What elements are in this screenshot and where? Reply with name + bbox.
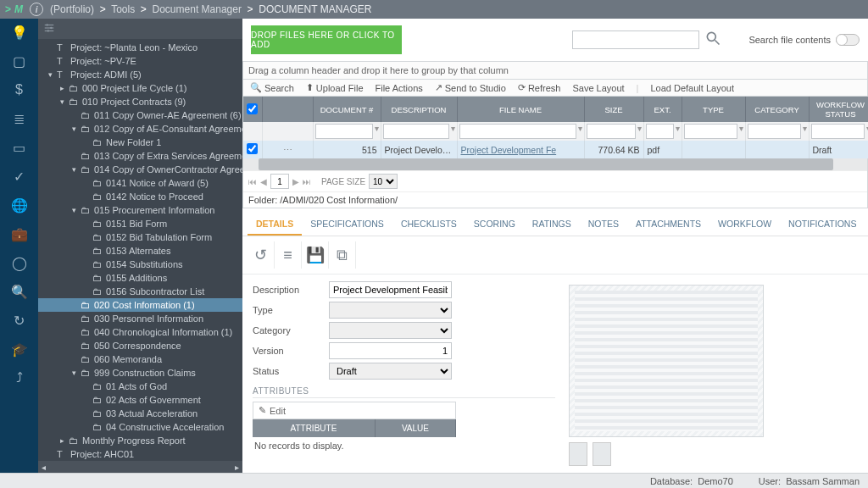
horizontal-scrollbar[interactable] — [243, 158, 867, 170]
tree-node[interactable]: 🗀01 Acts of God — [38, 380, 242, 393]
breadcrumb[interactable]: (Portfolio) > Tools > Document Manager >… — [50, 3, 371, 15]
tree-node[interactable]: ▾🗀012 Copy of AE-Consultant Agreement (9… — [38, 122, 242, 136]
bulb-icon[interactable]: 💡 — [11, 24, 28, 41]
upload-file-button[interactable]: ⬆ Upload File — [306, 82, 364, 93]
description-field[interactable] — [329, 281, 452, 298]
dropzone[interactable]: DROP FILES HERE OR CLICK TO ADD — [251, 25, 402, 54]
filter-size[interactable] — [587, 124, 636, 139]
undo-icon[interactable]: ↺ — [248, 241, 275, 269]
tree-node[interactable]: TProject: AHC01 — [38, 447, 242, 461]
preview-thumb[interactable] — [569, 442, 587, 466]
page-icon[interactable]: ▢ — [11, 53, 28, 69]
tree-node[interactable]: TProject: ~Planta Leon - Mexico — [38, 41, 242, 54]
tab-notes[interactable]: NOTES — [580, 214, 627, 236]
save-icon[interactable]: 💾 — [302, 241, 329, 269]
project-tree[interactable]: TProject: ~Planta Leon - MexicoTProject:… — [38, 39, 242, 473]
briefcase-icon[interactable]: 💼 — [11, 225, 28, 242]
tree-node[interactable]: 🗀013 Copy of Extra Services Agreements — [38, 149, 242, 163]
load-default-layout-button[interactable]: Load Default Layout — [650, 83, 733, 93]
tree-node[interactable]: 🗀050 Correspondence — [38, 339, 242, 352]
pager-next-icon[interactable]: ▶ — [292, 177, 299, 186]
filter-desc[interactable] — [383, 124, 449, 139]
search-input[interactable] — [572, 30, 699, 49]
filter-ext[interactable] — [646, 124, 674, 139]
row-checkbox[interactable] — [247, 143, 258, 154]
tree-node[interactable]: 🗀0141 Notice of Award (5) — [38, 176, 242, 190]
pager-last-icon[interactable]: ⏭ — [303, 177, 311, 186]
col-type[interactable]: TYPE — [682, 97, 745, 122]
tree-node[interactable]: 🗀0156 Subcontractor List — [38, 285, 242, 298]
search-icon[interactable]: 🔍 — [11, 283, 28, 300]
tree-node[interactable]: ▸🗀Monthly Progress Report — [38, 434, 242, 447]
tree-node[interactable]: 🗀New Folder 1 — [38, 136, 242, 149]
status-select[interactable]: Draft — [329, 363, 452, 380]
filter-wfstatus[interactable] — [811, 124, 865, 139]
tab-scoring[interactable]: SCORING — [465, 214, 524, 236]
col-ext[interactable]: EXT. — [643, 97, 682, 122]
preview-image[interactable] — [569, 285, 764, 437]
type-select[interactable] — [329, 302, 452, 319]
file-actions-menu[interactable]: File Actions — [376, 83, 423, 93]
table-row[interactable]: ⋯ 515 Project Development Fe Project Dev… — [243, 141, 868, 158]
group-by-bar[interactable]: Drag a column header and drop it here to… — [242, 61, 868, 79]
col-document-num[interactable]: DOCUMENT # — [313, 97, 381, 122]
tree-node[interactable]: 🗀0152 Bid Tabulation Form — [38, 230, 242, 244]
tree-node[interactable]: ▾🗀010 Project Contracts (9) — [38, 95, 242, 108]
col-size[interactable]: SIZE — [584, 97, 643, 122]
refresh-button[interactable]: ⟳ Refresh — [518, 82, 561, 93]
preview-thumb[interactable] — [593, 442, 611, 466]
page-size-select[interactable]: 10 — [369, 174, 398, 189]
check-icon[interactable]: ✓ — [11, 168, 28, 185]
logout-icon[interactable]: ⤴ — [11, 369, 28, 386]
tree-node[interactable]: 🗀040 Chronological Information (1) — [38, 325, 242, 339]
tree-node[interactable]: 🗀0155 Additions — [38, 271, 242, 285]
globe-icon[interactable]: 🌐 — [11, 197, 28, 214]
tree-node[interactable]: 🗀02 Acts of Government — [38, 393, 242, 407]
tree-node[interactable]: 🗀0154 Substitutions — [38, 258, 242, 271]
tree-node[interactable]: 🗀020 Cost Information (1) — [38, 298, 242, 312]
version-field[interactable] — [329, 342, 452, 359]
pager-prev-icon[interactable]: ◀ — [260, 177, 267, 186]
pager-first-icon[interactable]: ⏮ — [248, 177, 257, 186]
tree-node[interactable]: 🗀03 Actual Acceleration — [38, 407, 242, 420]
filter-filename[interactable] — [459, 124, 576, 139]
search-icon[interactable] — [704, 30, 721, 51]
attributes-edit-button[interactable]: ✎ Edit — [253, 402, 456, 419]
tree-node[interactable]: ▾🗀999 Construction Claims — [38, 366, 242, 380]
tree-node[interactable]: 🗀0151 Bid Form — [38, 217, 242, 230]
filter-type[interactable] — [684, 124, 737, 139]
tree-node[interactable]: 🗀0153 Alternates — [38, 244, 242, 258]
col-file-name[interactable]: FILE NAME — [457, 97, 584, 122]
tab-notifications[interactable]: NOTIFICATIONS — [780, 214, 865, 236]
save-layout-button[interactable]: Save Layout — [572, 83, 624, 93]
col-category[interactable]: CATEGORY — [745, 97, 809, 122]
filter-docnum[interactable] — [315, 124, 373, 139]
tree-node[interactable]: 🗀011 Copy Owner-AE Agreement (6) — [38, 108, 242, 122]
bars-icon[interactable]: ≣ — [11, 110, 28, 127]
category-select[interactable] — [329, 322, 452, 339]
filter-category[interactable] — [748, 124, 801, 139]
tab-attachments[interactable]: ATTACHMENTS — [627, 214, 709, 236]
send-to-studio-button[interactable]: ↗ Send to Studio — [435, 82, 506, 93]
tab-workflow[interactable]: WORKFLOW — [709, 214, 780, 236]
tree-node[interactable]: ▾🗀015 Procurement Information — [38, 203, 242, 217]
tree-node[interactable]: 🗀060 Memoranda — [38, 352, 242, 366]
grad-icon[interactable]: 🎓 — [11, 341, 28, 358]
chevron-left-icon[interactable]: ◂ — [42, 463, 46, 472]
tab-specifications[interactable]: SPECIFICATIONS — [302, 214, 392, 236]
pager-page-input[interactable] — [270, 174, 289, 189]
search-file-contents-toggle[interactable] — [836, 34, 860, 46]
search-button[interactable]: 🔍 Search — [250, 82, 294, 93]
row-actions-icon[interactable]: ⋯ — [262, 141, 313, 158]
tree-node[interactable]: ▸🗀000 Project Life Cycle (1) — [38, 81, 242, 95]
tab-details[interactable]: DETAILS — [248, 214, 302, 236]
avatar-icon[interactable]: ◯ — [11, 254, 28, 271]
cell-filename-link[interactable]: Project Development Fe — [461, 145, 557, 155]
tree-node[interactable]: 🗀030 Personnel Information — [38, 312, 242, 325]
col-workflow-status[interactable]: WORKFLOW STATUS — [809, 97, 868, 122]
tab-checklists[interactable]: CHECKLISTS — [392, 214, 465, 236]
chevron-right-icon[interactable]: ▸ — [235, 463, 239, 472]
sliders-icon[interactable] — [43, 22, 55, 36]
tree-node[interactable]: TProject: ~PV-7E — [38, 54, 242, 68]
tree-node[interactable]: ▾TProject: ADMI (5) — [38, 68, 242, 81]
